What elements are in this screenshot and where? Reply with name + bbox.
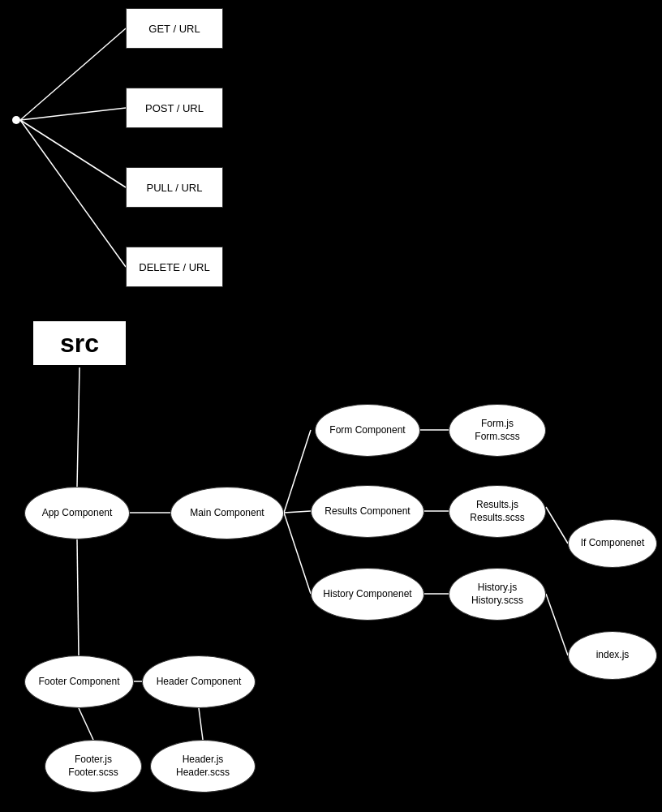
svg-line-13 xyxy=(546,594,568,655)
svg-line-2 xyxy=(20,120,126,187)
form-component-oval: Form Component xyxy=(315,404,420,457)
svg-line-6 xyxy=(284,430,311,513)
svg-line-1 xyxy=(20,108,126,120)
index-js-oval: index.js xyxy=(568,631,657,680)
post-url-box: POST / URL xyxy=(126,88,223,128)
get-url-box: GET / URL xyxy=(126,8,223,49)
app-component-oval: App Component xyxy=(24,487,130,539)
bullet-point xyxy=(12,116,20,124)
results-js-scss-oval: Results.js Results.scss xyxy=(449,485,546,538)
header-component-oval: Header Component xyxy=(142,655,256,708)
svg-line-7 xyxy=(284,511,311,513)
svg-line-17 xyxy=(199,708,203,740)
header-js-scss-oval: Header.js Header.scss xyxy=(150,740,256,793)
history-js-scss-oval: History.js History.scss xyxy=(449,568,546,621)
svg-line-14 xyxy=(77,539,79,655)
if-component-oval: If Componenet xyxy=(568,519,657,568)
form-js-scss-oval: Form.js Form.scss xyxy=(449,404,546,457)
svg-line-4 xyxy=(77,367,80,487)
svg-line-8 xyxy=(284,513,311,594)
svg-line-16 xyxy=(79,708,93,740)
src-box: src xyxy=(31,319,128,367)
footer-js-scss-oval: Footer.js Footer.scss xyxy=(45,740,142,793)
history-component-oval: History Componenet xyxy=(311,568,424,621)
svg-line-3 xyxy=(20,120,126,267)
main-component-oval: Main Component xyxy=(170,487,284,539)
svg-line-0 xyxy=(20,28,126,120)
pull-url-box: PULL / URL xyxy=(126,167,223,208)
delete-url-box: DELETE / URL xyxy=(126,247,223,287)
svg-line-12 xyxy=(546,507,568,543)
results-component-oval: Results Component xyxy=(311,485,424,538)
footer-component-oval: Footer Component xyxy=(24,655,134,708)
